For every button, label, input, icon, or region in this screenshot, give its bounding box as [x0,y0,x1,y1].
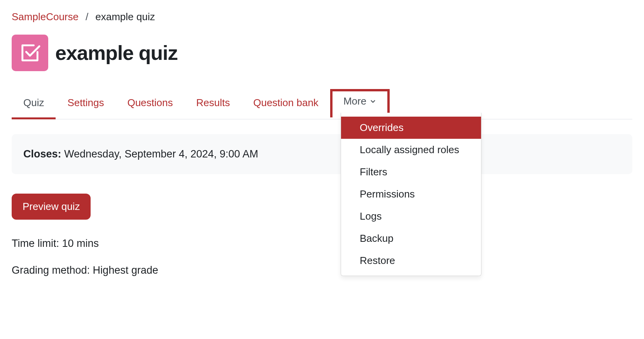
preview-quiz-button[interactable]: Preview quiz [12,194,91,220]
dropdown-item-permissions[interactable]: Permissions [341,183,481,205]
closes-value: Wednesday, September 4, 2024, 9:00 AM [64,148,258,160]
quiz-details: Time limit: 10 mins Grading method: High… [12,238,632,276]
breadcrumb-separator: / [86,11,88,23]
dropdown-item-logs[interactable]: Logs [341,205,481,227]
quiz-icon [12,35,48,71]
chevron-down-icon [369,98,376,105]
tab-settings[interactable]: Settings [56,93,116,119]
page-title: example quiz [55,41,178,65]
dropdown-item-filters[interactable]: Filters [341,161,481,183]
breadcrumb-current: example quiz [95,11,155,23]
tab-more-label: More [343,95,366,107]
breadcrumb: SampleCourse / example quiz [12,11,632,23]
closes-label: Closes: [23,148,61,160]
dropdown-item-overrides[interactable]: Overrides [341,117,481,139]
dropdown-item-locally-assigned-roles[interactable]: Locally assigned roles [341,139,481,161]
tab-question-bank[interactable]: Question bank [242,93,330,119]
tab-quiz[interactable]: Quiz [12,93,56,119]
dropdown-item-backup[interactable]: Backup [341,227,481,250]
tab-results[interactable]: Results [185,93,242,119]
grading-method-text: Grading method: Highest grade [12,264,632,276]
tab-bar: Quiz Settings Questions Results Question… [12,93,632,119]
breadcrumb-course-link[interactable]: SampleCourse [12,11,79,23]
more-dropdown: Overrides Locally assigned roles Filters… [341,113,481,276]
tab-questions[interactable]: Questions [116,93,184,119]
closes-info-box: Closes: Wednesday, September 4, 2024, 9:… [12,134,632,174]
time-limit-text: Time limit: 10 mins [12,238,632,250]
dropdown-item-restore[interactable]: Restore [341,250,481,272]
title-row: example quiz [12,35,632,71]
